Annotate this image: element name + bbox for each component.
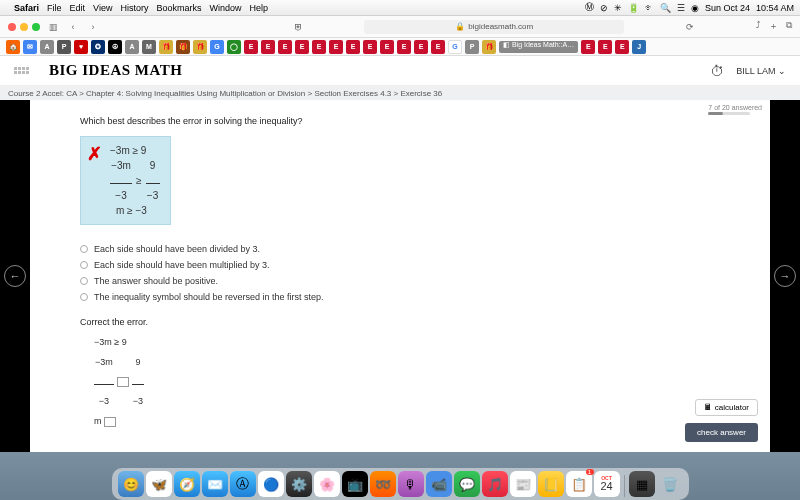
bookmark-icon[interactable]: ✪: [91, 40, 105, 54]
sidebar-icon[interactable]: ▥: [46, 20, 60, 34]
bookmark-icon[interactable]: E: [380, 40, 394, 54]
bookmark-icon[interactable]: P: [465, 40, 479, 54]
choice-option[interactable]: The inequality symbol should be reversed…: [80, 289, 740, 305]
bookmark-icon[interactable]: E: [581, 40, 595, 54]
window-controls[interactable]: [8, 23, 40, 31]
menu-view[interactable]: View: [93, 3, 112, 13]
appstore-icon[interactable]: Ⓐ: [230, 471, 256, 497]
radio-icon[interactable]: [80, 245, 88, 253]
bookmark-icon[interactable]: ✉: [23, 40, 37, 54]
menubar-date[interactable]: Sun Oct 24: [705, 3, 750, 13]
bookmark-icon[interactable]: E: [615, 40, 629, 54]
choice-option[interactable]: Each side should have been multiplied by…: [80, 257, 740, 273]
messages-icon[interactable]: 💬: [454, 471, 480, 497]
reload-icon[interactable]: ⟳: [683, 20, 697, 34]
radio-icon[interactable]: [80, 293, 88, 301]
bookmark-icon[interactable]: E: [261, 40, 275, 54]
news-icon[interactable]: 📰: [510, 471, 536, 497]
arrow-right-icon[interactable]: →: [774, 265, 796, 287]
bookmark-icon[interactable]: 🎁: [176, 40, 190, 54]
reminders-icon[interactable]: 📋1: [566, 471, 592, 497]
bookmark-icon[interactable]: ☮: [108, 40, 122, 54]
finder-icon[interactable]: 😊: [118, 471, 144, 497]
close-icon[interactable]: [8, 23, 16, 31]
choice-option[interactable]: The answer should be positive.: [80, 273, 740, 289]
bookmark-icon[interactable]: E: [363, 40, 377, 54]
bookmark-tab[interactable]: ◧ Big Ideas Math::A…: [499, 41, 578, 53]
bookmark-icon[interactable]: J: [632, 40, 646, 54]
bookmark-icon[interactable]: A: [40, 40, 54, 54]
bookmark-icon[interactable]: 🎁: [159, 40, 173, 54]
app-name[interactable]: Safari: [14, 3, 39, 13]
next-exercise[interactable]: →: [770, 100, 800, 452]
appletv-icon[interactable]: 📺: [342, 471, 368, 497]
calculator-button[interactable]: 🖩calculator: [695, 399, 758, 416]
bookmark-icon[interactable]: G: [448, 40, 462, 54]
site-logo[interactable]: BIG IDEAS MATH: [49, 62, 182, 79]
music-icon[interactable]: 🎵: [482, 471, 508, 497]
bookmark-icon[interactable]: E: [431, 40, 445, 54]
photos-icon[interactable]: 🌸: [314, 471, 340, 497]
bookmark-icon[interactable]: E: [312, 40, 326, 54]
bookmark-icon[interactable]: 🎁: [193, 40, 207, 54]
bookmark-icon[interactable]: 🎁: [482, 40, 496, 54]
app-icon[interactable]: ➿: [370, 471, 396, 497]
bookmark-icon[interactable]: ♥: [74, 40, 88, 54]
app-icon[interactable]: 📒: [538, 471, 564, 497]
search-icon[interactable]: 🔍: [660, 3, 671, 13]
answer-blank[interactable]: [104, 417, 116, 427]
bookmark-icon[interactable]: 🏠: [6, 40, 20, 54]
mail-icon[interactable]: ✉️: [202, 471, 228, 497]
siri-icon[interactable]: ◉: [691, 3, 699, 13]
calendar-icon[interactable]: OCT 24: [594, 471, 620, 497]
safari-icon[interactable]: 🧭: [174, 471, 200, 497]
arrow-left-icon[interactable]: ←: [4, 265, 26, 287]
menu-bookmarks[interactable]: Bookmarks: [156, 3, 201, 13]
tabs-icon[interactable]: ⧉: [786, 20, 792, 33]
radio-icon[interactable]: [80, 277, 88, 285]
podcasts-icon[interactable]: 🎙: [398, 471, 424, 497]
maximize-icon[interactable]: [32, 23, 40, 31]
zoom-icon[interactable]: 📹: [426, 471, 452, 497]
bookmark-icon[interactable]: M: [142, 40, 156, 54]
app-icon[interactable]: ▦: [629, 471, 655, 497]
bookmark-icon[interactable]: E: [295, 40, 309, 54]
app-icon[interactable]: 🔵: [258, 471, 284, 497]
menu-file[interactable]: File: [47, 3, 62, 13]
timer-icon[interactable]: ⏱: [710, 63, 724, 79]
bookmark-icon[interactable]: E: [346, 40, 360, 54]
menubar-time[interactable]: 10:54 AM: [756, 3, 794, 13]
check-answer-button[interactable]: check answer: [685, 423, 758, 442]
radio-icon[interactable]: [80, 261, 88, 269]
breadcrumb[interactable]: Course 2 Accel: CA > Chapter 4: Solving …: [0, 86, 800, 100]
apps-icon[interactable]: [14, 67, 29, 74]
menu-edit[interactable]: Edit: [70, 3, 86, 13]
bookmark-icon[interactable]: P: [57, 40, 71, 54]
bookmark-icon[interactable]: ◯: [227, 40, 241, 54]
bookmark-icon[interactable]: E: [397, 40, 411, 54]
back-button[interactable]: ‹: [66, 20, 80, 34]
app-icon[interactable]: 🦋: [146, 471, 172, 497]
share-icon[interactable]: ⤴: [756, 20, 761, 33]
menu-help[interactable]: Help: [249, 3, 268, 13]
minimize-icon[interactable]: [20, 23, 28, 31]
settings-icon[interactable]: ⚙️: [286, 471, 312, 497]
user-menu[interactable]: BILL LAM ⌄: [736, 66, 786, 76]
bookmark-icon[interactable]: E: [329, 40, 343, 54]
trash-icon[interactable]: 🗑️: [657, 471, 683, 497]
shield-icon[interactable]: ⛨: [291, 20, 305, 34]
bookmark-icon[interactable]: E: [244, 40, 258, 54]
bookmark-icon[interactable]: E: [414, 40, 428, 54]
bookmark-icon[interactable]: G: [210, 40, 224, 54]
forward-button[interactable]: ›: [86, 20, 100, 34]
bookmark-icon[interactable]: A: [125, 40, 139, 54]
answer-blank[interactable]: [117, 377, 129, 387]
menu-history[interactable]: History: [120, 3, 148, 13]
prev-exercise[interactable]: ←: [0, 100, 30, 452]
url-bar[interactable]: 🔒bigideasmath.com: [364, 20, 624, 34]
menu-window[interactable]: Window: [209, 3, 241, 13]
bookmark-icon[interactable]: E: [598, 40, 612, 54]
bookmark-icon[interactable]: E: [278, 40, 292, 54]
choice-option[interactable]: Each side should have been divided by 3.: [80, 241, 740, 257]
control-center-icon[interactable]: ☰: [677, 3, 685, 13]
